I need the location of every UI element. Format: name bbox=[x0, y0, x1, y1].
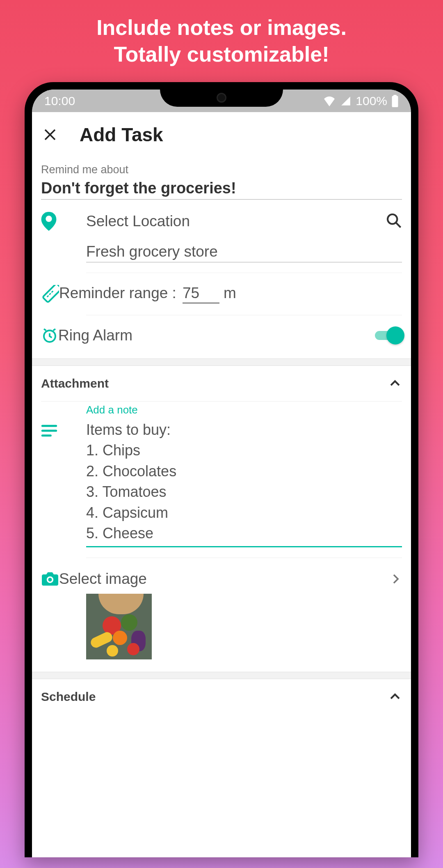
camera-icon bbox=[41, 571, 59, 587]
ring-alarm-toggle[interactable] bbox=[375, 327, 402, 344]
notes-icon bbox=[41, 432, 57, 439]
range-value-input[interactable] bbox=[183, 285, 219, 303]
chevron-up-icon bbox=[388, 690, 402, 704]
section-divider bbox=[32, 358, 411, 366]
image-thumbnail[interactable] bbox=[86, 594, 152, 659]
add-note-label: Add a note bbox=[86, 404, 402, 416]
page-title: Add Task bbox=[80, 124, 163, 146]
schedule-section-header[interactable]: Schedule bbox=[32, 679, 411, 714]
signal-icon bbox=[340, 96, 352, 106]
phone-notch bbox=[160, 90, 283, 107]
phone-frame: 10:00 100% bbox=[25, 82, 418, 857]
close-icon[interactable] bbox=[41, 126, 59, 144]
ring-alarm-label: Ring Alarm bbox=[58, 327, 375, 344]
select-location-label: Select Location bbox=[86, 213, 386, 230]
status-time: 10:00 bbox=[44, 94, 75, 108]
svg-rect-0 bbox=[392, 96, 398, 107]
svg-point-7 bbox=[48, 578, 52, 582]
svg-rect-1 bbox=[393, 95, 397, 96]
location-pin-icon bbox=[41, 212, 86, 231]
promo-line1: Include notes or images. bbox=[96, 14, 347, 41]
task-title-input[interactable] bbox=[41, 179, 402, 200]
note-block: Add a note bbox=[32, 402, 411, 549]
image-thumbnail-wrap bbox=[32, 594, 411, 672]
search-icon[interactable] bbox=[386, 212, 402, 230]
status-battery-text: 100% bbox=[356, 94, 387, 108]
battery-icon bbox=[391, 95, 399, 107]
svg-point-2 bbox=[46, 216, 52, 222]
remind-label: Remind me about bbox=[41, 163, 402, 176]
range-unit: m bbox=[224, 285, 236, 302]
promo-headline: Include notes or images. Totally customi… bbox=[96, 14, 347, 68]
location-value-input[interactable] bbox=[86, 243, 402, 262]
select-image-row[interactable]: Select image bbox=[32, 558, 411, 594]
attachment-header-label: Attachment bbox=[41, 377, 109, 390]
chevron-up-icon bbox=[388, 377, 402, 390]
task-title-section: Remind me about bbox=[32, 157, 411, 200]
promo-line2: Totally customizable! bbox=[96, 41, 347, 68]
alarm-clock-icon bbox=[41, 327, 58, 344]
reminder-range-row: Reminder range : m bbox=[32, 273, 411, 315]
chevron-right-icon bbox=[390, 573, 402, 585]
section-divider bbox=[32, 672, 411, 679]
select-location-row[interactable]: Select Location bbox=[32, 200, 411, 243]
schedule-header-label: Schedule bbox=[41, 690, 96, 704]
app-bar: Add Task bbox=[32, 112, 411, 157]
ring-alarm-row: Ring Alarm bbox=[32, 315, 411, 358]
select-image-label: Select image bbox=[59, 570, 390, 588]
wifi-icon bbox=[323, 96, 336, 106]
note-textarea[interactable] bbox=[86, 420, 402, 547]
range-prefix: Reminder range : bbox=[59, 285, 176, 302]
ruler-icon bbox=[41, 285, 59, 303]
svg-point-3 bbox=[388, 214, 397, 224]
attachment-section-header[interactable]: Attachment bbox=[32, 366, 411, 401]
